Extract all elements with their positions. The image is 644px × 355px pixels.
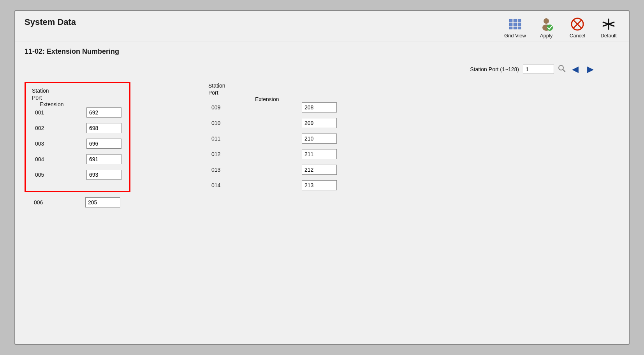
cancel-label: Cancel bbox=[570, 33, 585, 39]
toolbar: Grid View Apply bbox=[504, 17, 619, 39]
apply-icon bbox=[538, 17, 554, 31]
cancel-button[interactable]: Cancel bbox=[567, 17, 588, 39]
default-icon bbox=[601, 17, 616, 31]
table-row: 011 bbox=[208, 134, 337, 144]
station-002: 002 bbox=[32, 125, 79, 131]
right-extension-header: Extension bbox=[208, 96, 263, 102]
apply-label: Apply bbox=[540, 33, 553, 39]
cancel-icon bbox=[570, 17, 585, 31]
station-010: 010 bbox=[208, 120, 255, 126]
apply-button[interactable]: Apply bbox=[535, 17, 557, 39]
station-006: 006 bbox=[31, 199, 77, 206]
station-004: 004 bbox=[32, 156, 79, 162]
table-row: 005 bbox=[32, 170, 121, 180]
tables-container: StationPort Extension 001 002 003 bbox=[25, 82, 619, 213]
station-014: 014 bbox=[208, 182, 255, 188]
content-area: Station Port (1~128) ◀ ▶ StationPort Ext… bbox=[15, 60, 629, 221]
ext-009-input[interactable] bbox=[302, 102, 337, 112]
left-table: StationPort Extension 001 002 003 bbox=[25, 82, 130, 213]
station-port-input[interactable] bbox=[523, 65, 554, 74]
right-station-header: StationPort bbox=[208, 82, 255, 96]
station-port-row: Station Port (1~128) ◀ ▶ bbox=[25, 63, 619, 75]
station-013: 013 bbox=[208, 167, 255, 173]
default-label: Default bbox=[600, 33, 616, 39]
grid-view-label: Grid View bbox=[504, 33, 526, 39]
table-row: 012 bbox=[208, 149, 337, 159]
table-row: 002 bbox=[32, 123, 121, 133]
ext-006-input[interactable] bbox=[85, 197, 120, 207]
station-005: 005 bbox=[32, 172, 79, 178]
header: System Data Grid bbox=[15, 11, 629, 42]
svg-rect-7 bbox=[514, 27, 517, 29]
left-extension-header: Extension bbox=[32, 101, 86, 107]
grid-view-icon bbox=[507, 17, 523, 31]
search-button[interactable] bbox=[558, 65, 566, 74]
main-window: System Data Grid bbox=[14, 10, 630, 345]
ext-004-input[interactable] bbox=[86, 154, 121, 164]
svg-rect-8 bbox=[518, 27, 521, 29]
station-003: 003 bbox=[32, 141, 79, 147]
left-station-header: StationPort bbox=[32, 87, 79, 101]
table-row: 010 bbox=[208, 118, 337, 128]
default-button[interactable]: Default bbox=[598, 17, 619, 39]
table-row: 001 bbox=[32, 107, 121, 118]
svg-rect-6 bbox=[509, 27, 512, 29]
ext-013-input[interactable] bbox=[302, 165, 337, 175]
station-001: 001 bbox=[32, 109, 79, 116]
ext-003-input[interactable] bbox=[86, 139, 121, 149]
table-row: 009 bbox=[208, 102, 337, 112]
svg-rect-0 bbox=[509, 19, 512, 22]
table-row: 003 bbox=[32, 139, 121, 149]
page-title: System Data bbox=[25, 17, 76, 27]
table-row: 006 bbox=[25, 197, 130, 207]
subtitle: 11-02: Extension Numbering bbox=[15, 42, 629, 60]
table-row: 013 bbox=[208, 165, 337, 175]
station-011: 011 bbox=[208, 135, 255, 142]
svg-rect-3 bbox=[509, 23, 512, 26]
ext-012-input[interactable] bbox=[302, 149, 337, 159]
svg-rect-5 bbox=[518, 23, 521, 26]
ext-001-input[interactable] bbox=[86, 107, 121, 118]
ext-014-input[interactable] bbox=[302, 180, 337, 190]
grid-view-button[interactable]: Grid View bbox=[504, 17, 526, 39]
ext-010-input[interactable] bbox=[302, 118, 337, 128]
right-col-headers: StationPort Extension bbox=[208, 82, 337, 102]
svg-point-9 bbox=[544, 18, 549, 24]
svg-rect-1 bbox=[514, 19, 517, 22]
ext-005-input[interactable] bbox=[86, 170, 121, 180]
ext-011-input[interactable] bbox=[302, 134, 337, 144]
next-button[interactable]: ▶ bbox=[585, 63, 596, 75]
right-table: StationPort Extension 009 010 011 012 bbox=[208, 82, 337, 213]
table-row: 014 bbox=[208, 180, 337, 190]
left-col-headers: StationPort Extension bbox=[32, 87, 121, 107]
station-012: 012 bbox=[208, 151, 255, 157]
table-row: 004 bbox=[32, 154, 121, 164]
svg-line-19 bbox=[563, 70, 565, 72]
ext-002-input[interactable] bbox=[86, 123, 121, 133]
prev-button[interactable]: ◀ bbox=[570, 63, 581, 75]
svg-rect-2 bbox=[518, 19, 521, 22]
station-009: 009 bbox=[208, 104, 255, 111]
svg-rect-4 bbox=[514, 23, 517, 26]
station-port-label: Station Port (1~128) bbox=[470, 66, 519, 72]
